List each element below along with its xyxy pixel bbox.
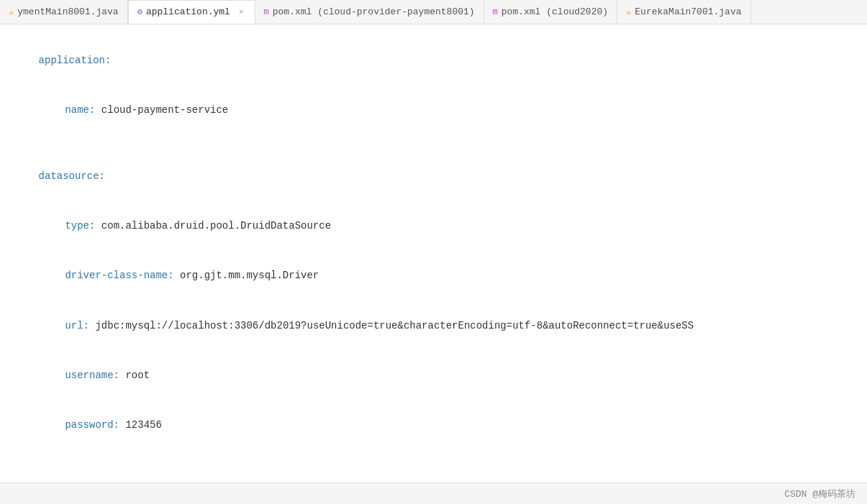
yaml-value: com.alibaba.druid.pool.DruidDataSource: [95, 220, 331, 232]
code-editor[interactable]: application: name: cloud-payment-service…: [0, 24, 867, 482]
yaml-key: url:: [53, 320, 89, 331]
tab-label: pom.xml (cloud2020): [501, 6, 608, 17]
yaml-value: jdbc:mysql://localhost:3306/db2019?useUn…: [89, 320, 694, 331]
yaml-value: 123456: [119, 419, 162, 431]
yaml-icon: ⚙: [137, 6, 142, 17]
code-line: password: 123456: [14, 400, 853, 450]
yaml-value: org.gjt.mm.mysql.Driver: [174, 270, 319, 281]
xml-icon: m: [264, 7, 269, 17]
watermark-text: CSDN @梅码茶坊: [784, 487, 855, 500]
code-line: mybatis:: [14, 466, 853, 482]
bottom-bar: CSDN @梅码茶坊: [0, 482, 867, 504]
yaml-value: cloud-payment-service: [95, 104, 228, 116]
tab-pom-cloud[interactable]: m pom.xml (cloud2020): [484, 0, 617, 24]
tab-label: EurekaMain7001.java: [635, 6, 741, 17]
yaml-value: root: [119, 370, 150, 381]
xml-icon: m: [493, 7, 498, 17]
java-icon: ☕: [9, 6, 14, 17]
java-icon: ☕: [626, 6, 631, 17]
code-line: url: jdbc:mysql://localhost:3306/db2019?…: [14, 301, 853, 350]
tab-eureka-main[interactable]: ☕ EurekaMain7001.java: [617, 0, 750, 24]
yaml-key: name:: [53, 104, 96, 116]
code-line: username: root: [14, 351, 853, 400]
tab-close-button[interactable]: ×: [237, 7, 246, 17]
yaml-key-username: username:: [53, 370, 119, 381]
code-line: type: com.alibaba.druid.pool.DruidDataSo…: [14, 201, 853, 251]
yaml-key: password:: [53, 419, 119, 431]
yaml-key: type:: [53, 220, 96, 232]
yaml-key: datasource:: [39, 170, 105, 182]
tab-label: application.yml: [146, 6, 230, 17]
blank-line: [14, 450, 853, 466]
blank-line: [14, 136, 853, 152]
yaml-key: application:: [39, 55, 112, 66]
tab-bar: ☕ ymentMain8001.java ⚙ application.yml ×…: [0, 0, 867, 24]
code-line: application:: [14, 36, 853, 86]
code-line: name: cloud-payment-service: [14, 86, 853, 135]
tab-application-yml[interactable]: ⚙ application.yml ×: [128, 0, 255, 24]
tab-payment-main[interactable]: ☕ ymentMain8001.java: [0, 0, 128, 24]
code-line: driver-class-name: org.gjt.mm.mysql.Driv…: [14, 251, 853, 301]
yaml-key: driver-class-name:: [53, 270, 174, 281]
code-line: datasource:: [14, 152, 853, 201]
tab-pom-payment[interactable]: m pom.xml (cloud-provider-payment8001): [255, 0, 484, 24]
tab-label: pom.xml (cloud-provider-payment8001): [273, 6, 475, 17]
tab-label: ymentMain8001.java: [17, 6, 118, 17]
